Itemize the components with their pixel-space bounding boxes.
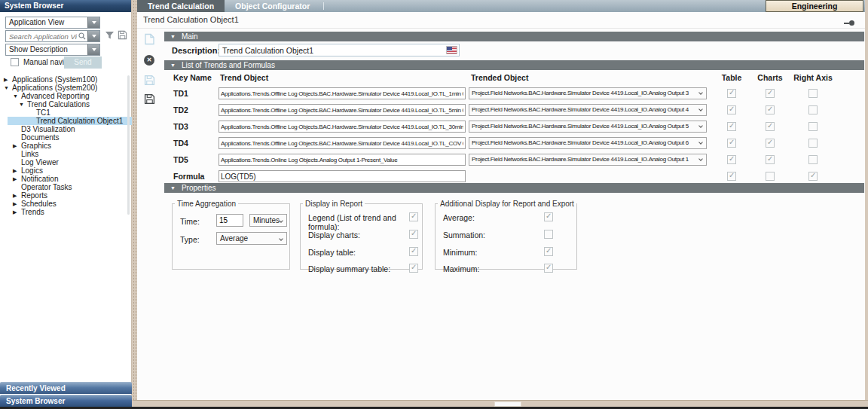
display-table-checkbox[interactable] bbox=[409, 247, 418, 256]
trend-object-input[interactable] bbox=[219, 154, 466, 166]
charts-checkbox[interactable] bbox=[766, 155, 775, 164]
horizontal-scrollbar[interactable] bbox=[133, 400, 868, 407]
legend-option-checkbox[interactable] bbox=[409, 212, 418, 221]
tree-expand-icon[interactable]: ▶ bbox=[13, 191, 21, 200]
tab-object-configurator[interactable]: Object Configurator bbox=[225, 0, 320, 12]
search-dropdown-button[interactable] bbox=[87, 31, 99, 41]
save-view-icon[interactable] bbox=[118, 30, 127, 40]
trend-object-input[interactable] bbox=[219, 137, 466, 149]
tree-scrollbar[interactable] bbox=[127, 75, 130, 215]
charts-checkbox[interactable] bbox=[766, 139, 775, 148]
tree-item-trend-calculations[interactable]: ▼Trend Calculations bbox=[0, 100, 132, 108]
charts-checkbox[interactable] bbox=[766, 89, 775, 98]
pin-icon[interactable] bbox=[844, 20, 854, 26]
charts-checkbox[interactable] bbox=[766, 172, 775, 181]
formula-input[interactable] bbox=[219, 170, 466, 182]
tree-item-notification[interactable]: ▶Notification bbox=[0, 175, 132, 183]
right-axis-checkbox[interactable] bbox=[808, 155, 818, 164]
time-value-input[interactable] bbox=[216, 214, 243, 227]
tree-expand-icon[interactable]: ▶ bbox=[13, 166, 21, 175]
time-unit-select[interactable]: Minutes bbox=[249, 214, 287, 227]
group-legend: Time Aggregation bbox=[175, 200, 238, 208]
table-checkbox[interactable] bbox=[727, 139, 736, 148]
tree-expand-icon[interactable]: ▼ bbox=[19, 100, 27, 108]
right-axis-checkbox[interactable] bbox=[808, 122, 818, 131]
trend-object-input[interactable] bbox=[219, 104, 466, 116]
tree-item-documents[interactable]: Documents bbox=[0, 133, 132, 142]
system-browser-bar[interactable]: System Browser bbox=[0, 395, 132, 407]
tree-item-operator-tasks[interactable]: Operator Tasks bbox=[0, 183, 132, 191]
minimum-checkbox[interactable] bbox=[544, 247, 553, 256]
section-header-properties[interactable]: ▼ Properties bbox=[164, 183, 864, 193]
dropdown-button[interactable] bbox=[87, 17, 99, 28]
tree-item-advanced-reporting[interactable]: ▼Advanced Reporting bbox=[0, 92, 132, 100]
tree-item-trends[interactable]: ▶Trends bbox=[0, 208, 132, 216]
tree-item-logics[interactable]: ▶Logics bbox=[0, 166, 132, 175]
description-dropdown[interactable]: Show Description bbox=[5, 44, 100, 56]
column-header-trend-object: Trend Object bbox=[220, 73, 268, 82]
column-header-right-axis: Right Axis bbox=[788, 73, 838, 82]
tree-expand-icon[interactable]: ▶ bbox=[13, 175, 21, 183]
tree-item-log-viewer[interactable]: Log Viewer bbox=[0, 158, 132, 166]
manual-navigation-checkbox[interactable] bbox=[11, 58, 19, 66]
filter-icon[interactable] bbox=[105, 30, 115, 40]
recently-viewed-bar[interactable]: Recently Viewed bbox=[0, 382, 132, 394]
dropdown-button[interactable] bbox=[87, 44, 99, 55]
tree-expand-icon[interactable]: ▼ bbox=[4, 84, 12, 92]
trend-object-input[interactable] bbox=[219, 87, 466, 99]
scrollbar-thumb[interactable] bbox=[494, 401, 521, 407]
new-document-icon[interactable] bbox=[144, 33, 155, 47]
description-input[interactable] bbox=[219, 44, 460, 56]
trended-object-select[interactable]: Project.Field Networks.BAC.Hardware.Simu… bbox=[469, 121, 707, 133]
right-axis-checkbox[interactable] bbox=[808, 139, 818, 148]
table-checkbox[interactable] bbox=[727, 122, 736, 131]
trended-object-select[interactable]: Project.Field Networks.BAC.Hardware.Simu… bbox=[469, 87, 707, 99]
search-icon[interactable] bbox=[77, 31, 87, 41]
tree-item-d3-visualization[interactable]: D3 Visualization bbox=[0, 125, 132, 133]
tree-item-trend-calculation-object1[interactable]: Trend Calculation Object1 bbox=[8, 117, 132, 125]
table-checkbox[interactable] bbox=[727, 105, 736, 114]
table-checkbox[interactable] bbox=[727, 172, 736, 181]
send-button[interactable]: Send bbox=[64, 56, 102, 69]
close-icon[interactable]: ✕ bbox=[144, 55, 154, 66]
engineering-button[interactable]: Engineering bbox=[766, 0, 863, 12]
tree-expand-icon[interactable]: ▶ bbox=[4, 75, 12, 84]
trend-object-input[interactable] bbox=[219, 121, 466, 133]
tree-expand-icon[interactable]: ▶ bbox=[13, 200, 21, 208]
tree-expand-icon[interactable]: ▼ bbox=[13, 92, 21, 100]
section-header-main[interactable]: ▼ Main bbox=[164, 32, 864, 41]
view-dropdown[interactable]: Application View bbox=[5, 17, 100, 29]
chevron-down-icon bbox=[279, 218, 283, 223]
tree-item-applications-system100[interactable]: ▶Applications (System100) bbox=[0, 75, 132, 84]
tree-item-reports[interactable]: ▶Reports bbox=[0, 191, 132, 200]
trended-object-select[interactable]: Project.Field Networks.BAC.Hardware.Simu… bbox=[469, 104, 707, 116]
tree-item-applications-system200[interactable]: ▼Applications (System200) bbox=[0, 84, 132, 92]
table-checkbox[interactable] bbox=[727, 89, 736, 98]
summation-checkbox[interactable] bbox=[544, 230, 553, 239]
language-flag-icon[interactable] bbox=[446, 46, 457, 54]
save-all-icon[interactable] bbox=[144, 93, 155, 106]
table-checkbox[interactable] bbox=[727, 155, 736, 164]
average-checkbox[interactable] bbox=[544, 212, 553, 221]
tab-trend-calculation[interactable]: Trend Calculation bbox=[137, 0, 225, 12]
trended-object-select[interactable]: Project.Field Networks.BAC.Hardware.Simu… bbox=[469, 137, 707, 149]
tree-item-graphics[interactable]: ▶Graphics bbox=[0, 142, 132, 150]
charts-checkbox[interactable] bbox=[766, 122, 775, 131]
tree-item-links[interactable]: Links bbox=[0, 150, 132, 158]
summation-label: Summation: bbox=[443, 230, 485, 240]
tree-expand-icon[interactable]: ▶ bbox=[13, 142, 21, 150]
charts-checkbox[interactable] bbox=[766, 105, 775, 114]
tree-item-schedules[interactable]: ▶Schedules bbox=[0, 200, 132, 208]
maximum-checkbox[interactable] bbox=[544, 264, 553, 273]
type-select[interactable]: Average bbox=[216, 232, 287, 245]
right-axis-checkbox[interactable] bbox=[808, 105, 818, 114]
tree-expand-icon[interactable]: ▶ bbox=[13, 208, 21, 216]
trended-object-select[interactable]: Project.Field Networks.BAC.Hardware.Simu… bbox=[469, 154, 707, 166]
display-charts-checkbox[interactable] bbox=[409, 230, 418, 239]
section-header-list[interactable]: ▼ List of Trends and Formulas bbox=[164, 60, 864, 70]
right-axis-checkbox[interactable] bbox=[808, 172, 818, 181]
right-axis-checkbox[interactable] bbox=[808, 89, 818, 98]
search-input[interactable] bbox=[6, 31, 77, 41]
tree-item-tc1[interactable]: TC1 bbox=[0, 108, 132, 117]
display-summary-table-checkbox[interactable] bbox=[409, 264, 418, 273]
